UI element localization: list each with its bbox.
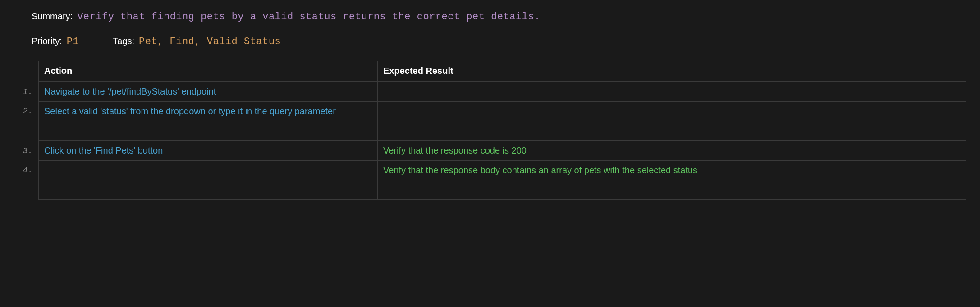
table-row: Select a valid 'status' from the dropdow… xyxy=(39,102,966,141)
expected-cell: Verify that the response body contains a… xyxy=(378,161,966,200)
row-number: 2. xyxy=(14,102,38,141)
expected-header: Expected Result xyxy=(378,61,966,82)
table-row: Click on the 'Find Pets' button Verify t… xyxy=(39,141,966,161)
action-header: Action xyxy=(39,61,378,82)
row-number: 4. xyxy=(14,161,38,200)
steps-table: Action Expected Result Navigate to the '… xyxy=(38,61,966,200)
priority-tags-row: Priority: P1 Tags: Pet, Find, Valid_Stat… xyxy=(14,36,966,47)
summary-value: Verify that finding pets by a valid stat… xyxy=(77,11,540,23)
tags-label: Tags: xyxy=(113,36,134,46)
action-cell: Click on the 'Find Pets' button xyxy=(39,141,378,161)
expected-cell: Verify that the response code is 200 xyxy=(378,141,966,161)
priority-label: Priority: xyxy=(32,36,62,46)
row-number: 3. xyxy=(14,141,38,161)
action-cell: Navigate to the '/pet/findByStatus' endp… xyxy=(39,82,378,102)
table-row: Verify that the response body contains a… xyxy=(39,161,966,200)
row-numbers-column: 1. 2. 3. 4. xyxy=(14,61,38,200)
table-row: Navigate to the '/pet/findByStatus' endp… xyxy=(39,82,966,102)
row-number: 1. xyxy=(14,82,38,102)
summary-label: Summary: xyxy=(32,11,73,22)
expected-cell xyxy=(378,102,966,141)
action-cell xyxy=(39,161,378,200)
steps-table-wrapper: 1. 2. 3. 4. Action Expected Result Navig… xyxy=(14,61,966,200)
summary-row: Summary: Verify that finding pets by a v… xyxy=(14,11,966,23)
action-cell: Select a valid 'status' from the dropdow… xyxy=(39,102,378,141)
tags-value: Pet, Find, Valid_Status xyxy=(139,36,281,47)
priority-value: P1 xyxy=(67,36,79,47)
expected-cell xyxy=(378,82,966,102)
table-header-row: Action Expected Result xyxy=(39,61,966,82)
